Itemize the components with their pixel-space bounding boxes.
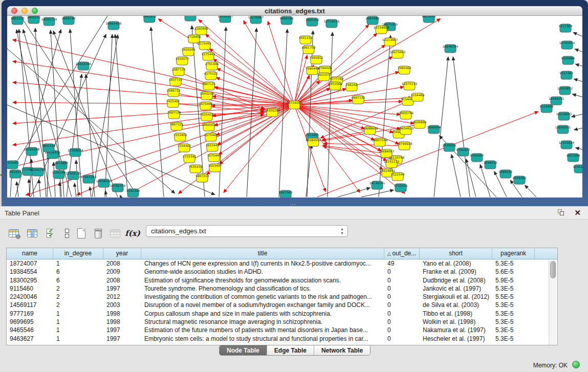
table-cell[interactable]: 0 (384, 285, 420, 293)
citation-edge-black[interactable] (60, 182, 60, 197)
column-header-year[interactable]: year (103, 248, 141, 259)
citation-edge-black[interactable] (115, 34, 128, 197)
citation-edge-black[interactable] (39, 180, 40, 197)
graph-node[interactable]: 12093872 (557, 86, 573, 95)
citation-edge-black[interactable] (120, 195, 121, 197)
graph-node[interactable]: 16154808 (374, 26, 389, 34)
scrollbar-thumb[interactable] (550, 261, 556, 278)
graph-node[interactable]: 12213967 (382, 38, 398, 46)
column-header-out-de-[interactable]: △out_de... (384, 248, 420, 259)
table-cell[interactable]: 2008 (103, 259, 141, 268)
citation-edge-red[interactable] (214, 105, 294, 125)
citation-graph[interactable]: 1863210240557224055724266914020691406189… (7, 16, 582, 198)
citation-edge-black[interactable] (574, 79, 582, 82)
graph-node[interactable]: 9939895 (413, 120, 427, 128)
graph-node[interactable]: 16210643 (556, 112, 572, 120)
citation-edge-black[interactable] (247, 28, 256, 197)
delete-table-button[interactable] (108, 227, 122, 240)
graph-node[interactable]: 1675446 (199, 102, 213, 110)
graph-node[interactable]: 9192607 (470, 154, 484, 162)
graph-node[interactable]: 18724007 (287, 101, 302, 109)
graph-node[interactable]: 1891610 (143, 16, 157, 23)
table-cell[interactable]: 0 (384, 310, 420, 318)
citation-edge-black[interactable] (451, 155, 461, 197)
graph-node[interactable]: 1653457 (208, 164, 222, 172)
tab-edge-table[interactable]: Edge Table (267, 345, 314, 355)
network-window-titlebar[interactable]: citations_edges.txt (7, 6, 582, 16)
graph-node[interactable]: 2522544 (391, 172, 405, 181)
citation-edge-black[interactable] (105, 34, 112, 197)
table-cell[interactable]: Changes of HCN gene expression and I(f) … (141, 259, 384, 268)
graph-node[interactable]: 15692031 (555, 125, 571, 134)
graph-node[interactable]: 2175451 (198, 41, 212, 50)
graph-node[interactable]: 2687682 (366, 16, 380, 25)
citation-edge-black[interactable] (361, 190, 394, 197)
table-cell[interactable]: 1 (53, 259, 103, 268)
citation-edge-black[interactable] (575, 49, 582, 52)
graph-node[interactable]: 9466160 (280, 16, 294, 25)
table-cell[interactable]: Investigating the contribution of common… (141, 293, 384, 301)
graph-node[interactable]: 10655257 (217, 16, 233, 23)
table-cell[interactable]: Tourette syndrome. Phenomenology and cla… (141, 285, 384, 293)
table-cell[interactable]: 0 (384, 301, 420, 309)
graph-node[interactable]: 1867213 (195, 174, 209, 182)
graph-node[interactable]: 2620650 (443, 143, 456, 151)
table-cell[interactable]: Franke et al. (2009) (420, 268, 492, 276)
graph-node[interactable]: 6497132 (352, 96, 365, 104)
table-cell[interactable]: 5.5E-5 (492, 293, 535, 301)
graph-node[interactable]: 1675441 (204, 133, 218, 141)
graph-node[interactable]: 1643232 (200, 92, 214, 100)
table-cell[interactable]: 9465546 (7, 326, 53, 334)
graph-node[interactable]: 1605416 (306, 18, 319, 26)
graph-node[interactable]: 9245062 (513, 176, 527, 184)
graph-node[interactable]: 1315061 (7, 161, 19, 169)
graph-node[interactable]: 2669140 (62, 16, 76, 25)
graph-node[interactable]: 9245106 (573, 165, 582, 173)
table-cell[interactable]: 0 (384, 326, 420, 334)
citation-edge-black[interactable] (453, 57, 470, 197)
graph-node[interactable]: 7425402 (166, 99, 180, 107)
graph-node[interactable]: 1154469 (411, 93, 425, 101)
table-cell[interactable]: Embryonic stem cells: a model to study s… (141, 335, 384, 343)
graph-node[interactable]: 2586713 (167, 89, 181, 97)
table-row[interactable]: 969969511998Structural magnetic resonanc… (7, 318, 557, 326)
graph-node[interactable]: 1292344 (126, 189, 140, 197)
table-cell[interactable]: 0 (384, 276, 420, 285)
table-selector-dropdown[interactable]: citations_edges.txt ▲▼ (146, 225, 348, 237)
citation-edge-black[interactable] (572, 114, 582, 117)
citation-edge-red[interactable] (323, 143, 404, 146)
graph-node[interactable]: 1694510 (484, 161, 497, 169)
table-cell[interactable]: 6 (53, 276, 103, 285)
graph-node[interactable]: 19654923 (398, 126, 414, 135)
citation-edge-black[interactable] (54, 162, 55, 197)
citation-edge-black[interactable] (480, 165, 490, 197)
table-cell[interactable]: Hescheler et al. (1997) (420, 335, 492, 343)
graph-node[interactable]: 21053346 (76, 62, 92, 70)
table-cell[interactable]: 0 (384, 293, 420, 301)
table-cell[interactable]: Tibbo et al. (1998) (420, 310, 492, 318)
graph-node[interactable]: 9329966 (561, 56, 575, 64)
table-cell[interactable]: 2 (53, 293, 103, 301)
citation-edge-black[interactable] (151, 27, 164, 197)
table-cell[interactable]: 1 (53, 335, 103, 343)
graph-node[interactable]: 16648784 (443, 45, 459, 53)
float-panel-icon[interactable] (557, 209, 565, 217)
graph-node[interactable]: 7253402 (173, 133, 187, 141)
table-cell[interactable]: 2 (53, 285, 103, 293)
table-settings-button[interactable] (7, 227, 20, 240)
citation-edge-black[interactable] (576, 148, 582, 149)
table-cell[interactable]: 5.3E-5 (492, 335, 535, 343)
close-panel-icon[interactable]: ✕ (574, 208, 581, 217)
graph-node[interactable]: 1621072 (317, 73, 331, 81)
graph-node[interactable]: 19384554 (306, 138, 321, 146)
table-cell[interactable]: 0 (384, 335, 420, 343)
table-cell[interactable]: Estimation of the future numbers of pati… (141, 326, 384, 334)
graph-node[interactable]: 15751074 (559, 41, 575, 49)
graph-node[interactable]: 6961758 (302, 46, 316, 54)
graph-node[interactable]: 3420049 (182, 48, 195, 56)
table-cell[interactable]: 2003 (103, 301, 141, 309)
graph-node[interactable]: 17957253 (81, 175, 97, 183)
table-cell[interactable]: Corpus callosum shape and size in male p… (141, 310, 384, 318)
table-cell[interactable]: 9115460 (7, 285, 53, 293)
graph-node[interactable]: 1275441 (202, 52, 215, 60)
